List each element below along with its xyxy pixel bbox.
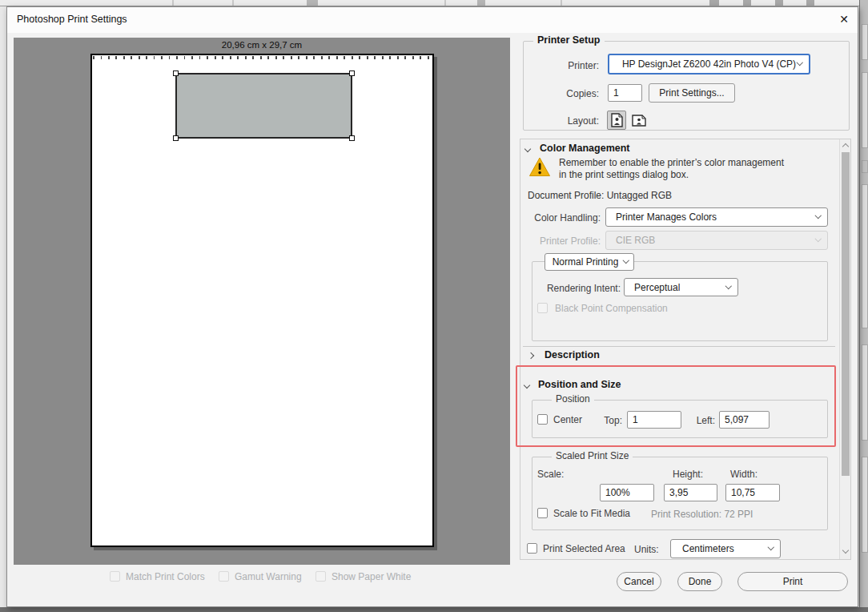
- printer-label: Printer:: [530, 60, 599, 71]
- desktop-strip: [0, 607, 868, 612]
- expand-chevron-icon[interactable]: [528, 352, 534, 359]
- show-paper-white-label: Show Paper White: [332, 571, 411, 582]
- margin-tick-marks: [93, 56, 432, 59]
- left-input[interactable]: [719, 411, 770, 429]
- scaled-print-size-label: Scaled Print Size: [552, 450, 633, 461]
- print-settings-dialog: Photoshop Print Settings ✕ 20,96 cm x 29…: [6, 6, 858, 607]
- toolbar-icon-fragment: [806, 0, 814, 6]
- resize-handle-bottom-right[interactable]: [349, 135, 355, 141]
- done-button[interactable]: Done: [677, 572, 722, 591]
- print-button[interactable]: Print: [737, 572, 848, 591]
- copies-label: Copies:: [530, 88, 599, 99]
- toolbar-icon-fragment: [477, 0, 485, 6]
- copies-input[interactable]: [608, 84, 642, 102]
- layout-landscape-icon: [632, 115, 646, 127]
- printer-profile-select: CIE RGB: [605, 231, 828, 250]
- resize-handle-top-right[interactable]: [349, 70, 355, 76]
- print-selected-area-checkbox[interactable]: [527, 543, 537, 554]
- section-divider: [523, 346, 835, 347]
- collapse-chevron-icon[interactable]: [524, 382, 530, 389]
- position-group-label: Position: [552, 393, 594, 405]
- settings-scroll-pane: Color Management Remember to enable the …: [520, 139, 851, 560]
- layout-portrait-button[interactable]: [607, 111, 626, 130]
- scale-to-fit-media-label: Scale to Fit Media: [553, 508, 630, 519]
- position-group: Position Center Top: Left:: [532, 400, 828, 438]
- printer-profile-value: CIE RGB: [616, 235, 655, 246]
- top-label: Top:: [582, 415, 622, 426]
- scroll-down-icon[interactable]: [842, 547, 849, 554]
- units-select[interactable]: Centimeters: [670, 539, 781, 558]
- toolbar-icon-fragment: [743, 0, 751, 6]
- color-handling-value: Printer Manages Colors: [616, 211, 717, 223]
- background-panels-strip: [859, 0, 868, 612]
- black-point-compensation-label: Black Point Compensation: [555, 303, 668, 314]
- toolbar-divider: [444, 0, 446, 6]
- height-label: Height:: [673, 469, 703, 480]
- gamut-warning-label: Gamut Warning: [235, 571, 302, 582]
- chevron-down-icon: [814, 236, 821, 242]
- rendering-intent-value: Perceptual: [634, 282, 680, 293]
- dialog-title: Photoshop Print Settings: [17, 14, 127, 25]
- layout-label: Layout:: [530, 115, 599, 127]
- panel-fragment: [862, 160, 868, 173]
- rendering-intent-label: Rendering Intent:: [534, 283, 621, 294]
- height-input[interactable]: [664, 484, 717, 501]
- match-print-colors-label: Match Print Colors: [126, 571, 205, 582]
- warning-icon: [528, 156, 551, 181]
- printer-select-value: HP DesignJet Z6200 42in Photo V4 (CP): [622, 58, 796, 70]
- panel-fragment: [862, 24, 868, 60]
- scroll-up-icon[interactable]: [842, 143, 849, 150]
- options-bar-strip: [0, 0, 868, 6]
- show-paper-white-checkbox: [315, 571, 326, 582]
- color-management-header[interactable]: Color Management: [540, 143, 630, 154]
- position-and-size-header[interactable]: Position and Size: [538, 379, 621, 390]
- width-label: Width:: [730, 469, 757, 480]
- print-selected-area-label: Print Selected Area: [543, 543, 625, 554]
- printer-profile-label: Printer Profile:: [520, 236, 601, 247]
- warning-text: Remember to enable the printer’s color m…: [559, 157, 786, 181]
- rendering-intent-select[interactable]: Perceptual: [624, 278, 738, 296]
- scale-label: Scale:: [537, 469, 564, 480]
- close-icon[interactable]: ✕: [834, 10, 854, 29]
- gamut-warning-checkbox: [219, 571, 229, 582]
- center-label: Center: [553, 414, 582, 425]
- print-preview-area: 20,96 cm x 29,7 cm: [14, 38, 510, 565]
- pane-scrollbar[interactable]: [839, 139, 850, 559]
- cancel-button[interactable]: Cancel: [617, 572, 661, 591]
- chevron-down-icon: [622, 257, 629, 264]
- layout-landscape-button[interactable]: [629, 111, 649, 130]
- scale-input[interactable]: [600, 484, 654, 501]
- toolbar-icon-fragment: [775, 0, 783, 6]
- collapse-chevron-icon[interactable]: [524, 146, 531, 152]
- scaled-print-size-group: Scaled Print Size Scale: Height: Width: …: [532, 457, 828, 530]
- description-header[interactable]: Description: [545, 349, 600, 360]
- color-handling-select[interactable]: Printer Manages Colors: [605, 207, 828, 227]
- black-point-compensation-checkbox: [537, 303, 548, 313]
- printer-setup-group: Printer Setup Printer: HP DesignJet Z620…: [523, 41, 850, 131]
- print-settings-button[interactable]: Print Settings...: [649, 83, 735, 103]
- resize-handle-bottom-left[interactable]: [173, 135, 179, 141]
- width-input[interactable]: [725, 484, 780, 501]
- units-label: Units:: [634, 544, 659, 555]
- center-checkbox[interactable]: [537, 414, 548, 425]
- print-mode-value: Normal Printing: [553, 256, 619, 268]
- color-handling-label: Color Handling:: [520, 212, 601, 223]
- toolbar-divider: [561, 0, 562, 6]
- dialog-titlebar: Photoshop Print Settings ✕: [7, 7, 858, 33]
- printer-select[interactable]: HP DesignJet Z6200 42in Photo V4 (CP): [608, 54, 810, 74]
- print-mode-select[interactable]: Normal Printing: [545, 253, 634, 271]
- paper-page: [90, 54, 434, 547]
- top-input[interactable]: [627, 411, 681, 429]
- panel-fragment: [862, 184, 868, 328]
- print-image-bounds[interactable]: [175, 73, 352, 139]
- chevron-down-icon: [814, 212, 821, 219]
- document-profile-text: Document Profile: Untagged RGB: [528, 190, 672, 201]
- match-print-colors-checkbox: [110, 571, 120, 582]
- scrollbar-thumb[interactable]: [842, 152, 850, 476]
- layout-portrait-icon: [611, 113, 623, 127]
- toolbar-divider: [172, 0, 174, 6]
- scale-to-fit-media-checkbox[interactable]: [537, 508, 548, 518]
- chevron-down-icon: [725, 282, 731, 288]
- print-mode-group: Normal Printing Rendering Intent: Percep…: [532, 261, 828, 341]
- resize-handle-top-left[interactable]: [173, 70, 179, 76]
